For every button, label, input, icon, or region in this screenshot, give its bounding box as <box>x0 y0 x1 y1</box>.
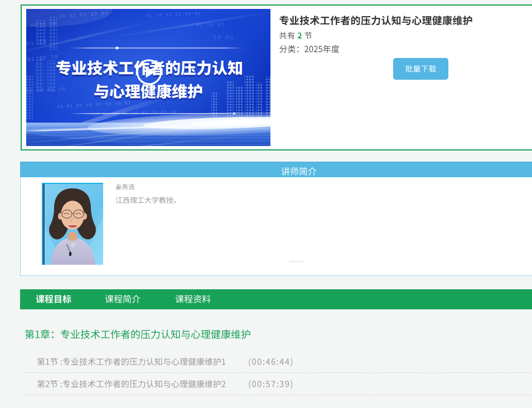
svg-text:10 01: 10 01 <box>213 34 234 41</box>
